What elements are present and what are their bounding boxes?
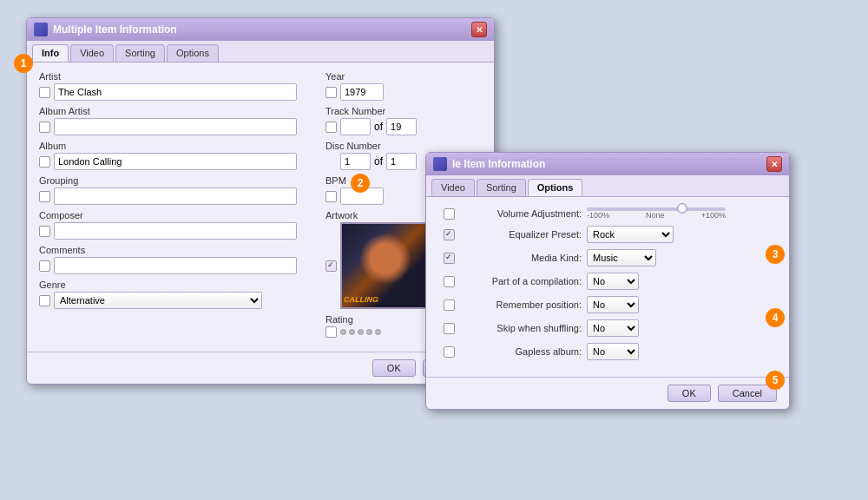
equalizer-select[interactable]: Rock Pop Jazz Classical None: [587, 226, 674, 243]
year-input[interactable]: [340, 83, 384, 101]
album-artist-label: Album Artist: [39, 106, 317, 116]
genre-select[interactable]: Alternative Rock Pop: [54, 292, 262, 309]
remember-label: Remember position:: [460, 299, 582, 310]
comments-input[interactable]: [54, 257, 297, 274]
dialog2-cancel-button[interactable]: Cancel: [718, 385, 777, 402]
rating-dot-5[interactable]: [375, 329, 381, 335]
dialog2-tab-bar: Video Sorting Options: [426, 175, 789, 197]
dialog1-title: Multiple Item Information: [34, 23, 177, 36]
dialog2-ok-button[interactable]: OK: [667, 385, 711, 402]
rating-checkbox[interactable]: [326, 326, 337, 338]
comments-row: Comments: [39, 245, 317, 274]
genre-checkbox[interactable]: [39, 295, 50, 306]
bpm-input[interactable]: [340, 188, 384, 205]
track-input[interactable]: [340, 118, 371, 135]
gapless-checkbox[interactable]: [444, 346, 455, 358]
slider-min-label: -100%: [587, 211, 609, 220]
tab-video[interactable]: Video: [70, 44, 114, 62]
composer-label: Composer: [39, 210, 317, 220]
volume-slider-thumb[interactable]: [677, 203, 687, 214]
grouping-label: Grouping: [39, 175, 317, 186]
remember-checkbox[interactable]: [444, 299, 455, 311]
tab2-options[interactable]: Options: [528, 179, 583, 196]
album-checkbox[interactable]: [39, 156, 50, 168]
tab-sorting[interactable]: Sorting: [115, 44, 165, 62]
gapless-row: Gapless album: No Yes: [444, 343, 772, 360]
tab2-sorting[interactable]: Sorting: [477, 179, 526, 196]
skip-checkbox[interactable]: [444, 323, 455, 334]
compilation-checkbox[interactable]: [444, 276, 455, 287]
dialog2-icon: [433, 157, 447, 171]
disc-total-input[interactable]: [386, 153, 417, 170]
remember-control: No Yes: [587, 296, 639, 313]
album-artist-input-row: [39, 118, 317, 135]
composer-checkbox[interactable]: [39, 226, 50, 237]
disc-input[interactable]: [340, 153, 371, 170]
comments-label: Comments: [39, 245, 317, 255]
rating-dot-4[interactable]: [366, 329, 372, 335]
dialog1-body: Artist Album Artist Album: [27, 62, 494, 352]
dialog1-footer: OK Cancel: [27, 352, 494, 384]
tab-options[interactable]: Options: [167, 44, 219, 62]
comments-checkbox[interactable]: [39, 260, 50, 272]
year-checkbox[interactable]: [326, 87, 337, 98]
track-number-label: Track Number: [326, 106, 482, 116]
artwork-checkbox[interactable]: [326, 260, 337, 272]
rating-dot-3[interactable]: [358, 329, 364, 335]
composer-input-row: [39, 222, 317, 240]
year-input-row: [326, 83, 482, 101]
remember-row: Remember position: No Yes: [444, 296, 772, 313]
equalizer-checkbox[interactable]: [444, 229, 455, 240]
gapless-label: Gapless album:: [460, 346, 582, 357]
dialog1-ok-button[interactable]: OK: [372, 359, 416, 377]
grouping-input[interactable]: [54, 188, 297, 205]
dialog1-close-button[interactable]: ✕: [471, 22, 487, 37]
album-row: Album: [39, 141, 317, 170]
album-artist-checkbox[interactable]: [39, 122, 50, 133]
left-col: Artist Album Artist Album: [39, 71, 317, 343]
media-kind-select[interactable]: Music Movie Podcast: [587, 249, 656, 266]
album-label: Album: [39, 141, 317, 151]
composer-input[interactable]: [54, 222, 297, 240]
album-input[interactable]: [54, 153, 297, 170]
album-art-figure: [359, 233, 411, 285]
tab-info[interactable]: Info: [32, 44, 69, 62]
slider-labels: -100% None +100%: [587, 211, 726, 220]
grouping-checkbox[interactable]: [39, 191, 50, 202]
genre-select-row: Alternative Rock Pop: [39, 292, 317, 309]
dialog2-body: Volume Adjustment: -100% None +100% Equa…: [426, 197, 789, 377]
media-kind-row: Media Kind: Music Movie Podcast: [444, 249, 772, 266]
album-artist-row: Album Artist: [39, 106, 317, 135]
volume-control: -100% None +100%: [587, 207, 726, 220]
equalizer-row: Equalizer Preset: Rock Pop Jazz Classica…: [444, 226, 772, 243]
tab2-video[interactable]: Video: [431, 179, 475, 196]
artist-checkbox[interactable]: [39, 87, 50, 98]
volume-slider-track[interactable]: [587, 207, 726, 211]
year-label: Year: [326, 71, 482, 82]
compilation-select[interactable]: No Yes: [587, 273, 639, 290]
rating-dot-1[interactable]: [340, 329, 346, 335]
volume-checkbox[interactable]: [444, 208, 455, 220]
skip-row: Skip when shuffling: No Yes: [444, 319, 772, 337]
track-checkbox[interactable]: [326, 122, 337, 133]
remember-select[interactable]: No Yes: [587, 296, 639, 313]
compilation-row: Part of a compilation: No Yes: [444, 273, 772, 290]
slider-max-label: +100%: [701, 211, 726, 220]
gapless-select[interactable]: No Yes: [587, 343, 639, 360]
skip-select[interactable]: No Yes: [587, 319, 639, 337]
track-total-input[interactable]: [386, 118, 417, 135]
skip-control: No Yes: [587, 319, 639, 337]
main-fields: Artist Album Artist Album: [39, 71, 482, 343]
rating-dots[interactable]: [340, 329, 381, 335]
rating-dot-2[interactable]: [349, 329, 355, 335]
artist-row: Artist: [39, 71, 317, 101]
album-artist-input[interactable]: [54, 118, 297, 135]
artist-input[interactable]: [54, 83, 297, 101]
slider-none-label: None: [646, 211, 665, 220]
dialog2-title: le Item Information: [433, 157, 545, 171]
artwork-preview[interactable]: [340, 222, 427, 309]
bpm-checkbox[interactable]: [326, 191, 337, 202]
media-kind-checkbox[interactable]: [444, 253, 455, 264]
dialog2-close-button[interactable]: ✕: [766, 156, 782, 172]
comments-input-row: [39, 257, 317, 274]
